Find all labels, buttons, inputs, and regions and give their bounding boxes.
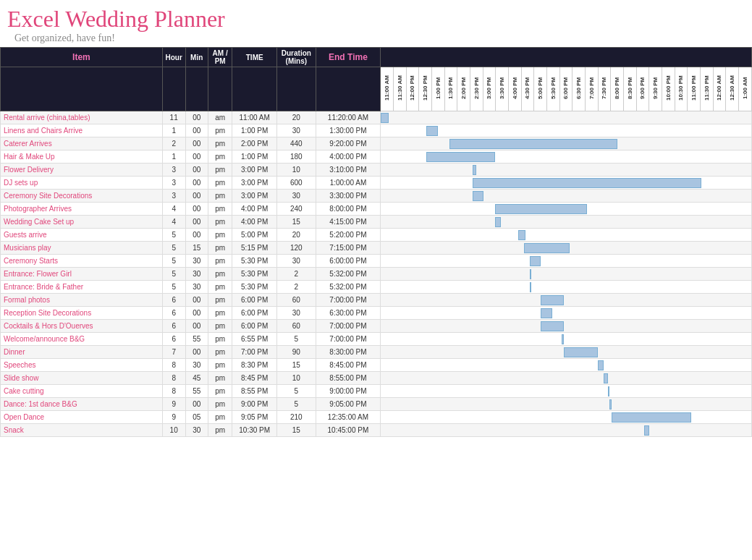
cell-min: 30	[185, 281, 208, 294]
gantt-cell	[381, 190, 752, 203]
cell-min: 00	[185, 346, 208, 359]
cell-end: 5:32:00 PM	[316, 281, 381, 294]
cell-time: 5:30 PM	[232, 255, 277, 268]
cell-min: 55	[185, 333, 208, 346]
table-row: Ceremony Site Decorations 3 00 pm 3:00 P…	[1, 190, 752, 203]
gantt-bar	[381, 113, 389, 123]
time-col-26: 12:00 AM	[713, 67, 726, 111]
cell-hour: 5	[162, 242, 185, 255]
cell-dur: 600	[276, 177, 316, 190]
cell-hour: 3	[162, 190, 185, 203]
time-col-2: 12:00 PM	[406, 67, 419, 111]
table-row: Dance: 1st dance B&G 9 00 pm 9:00 PM 5 9…	[1, 398, 752, 411]
cell-ampm: pm	[208, 372, 232, 385]
gantt-bar	[473, 178, 701, 188]
cell-item: Dinner	[1, 346, 163, 359]
gantt-bar	[530, 282, 531, 292]
cell-item: Slide show	[1, 372, 163, 385]
cell-min: 05	[185, 411, 208, 424]
gantt-bar	[609, 399, 612, 410]
gantt-bar	[562, 334, 564, 344]
gantt-bar	[426, 126, 438, 136]
table-row: Snack 10 30 pm 10:30 PM 15 10:45:00 PM	[1, 424, 752, 437]
cell-dur: 30	[276, 124, 316, 137]
gantt-cell	[381, 320, 752, 333]
cell-hour: 1	[162, 150, 185, 164]
cell-dur: 440	[276, 137, 316, 150]
table-row: Wedding Cake Set up 4 00 pm 4:00 PM 15 4…	[1, 216, 752, 229]
gantt-bar	[612, 412, 692, 423]
cell-dur: 120	[276, 242, 316, 255]
cell-ampm: pm	[208, 229, 232, 242]
cell-end: 11:20:00 AM	[316, 111, 381, 124]
cell-hour: 3	[162, 177, 185, 190]
time-col-23: 10:30 PM	[675, 67, 688, 111]
cell-min: 45	[185, 372, 208, 385]
cell-time: 5:15 PM	[232, 242, 277, 255]
time-col-20: 9:00 PM	[636, 67, 649, 111]
cell-end: 3:30:00 PM	[316, 190, 381, 203]
cell-end: 1:30:00 PM	[316, 124, 381, 137]
cell-end: 12:35:00 AM	[316, 411, 381, 424]
cell-end: 6:00:00 PM	[316, 255, 381, 268]
cell-end: 6:30:00 PM	[316, 307, 381, 320]
cell-ampm: pm	[208, 385, 232, 398]
cell-ampm: pm	[208, 255, 232, 268]
table-row: Caterer Arrives 2 00 pm 2:00 PM 440 9:20…	[1, 137, 752, 150]
cell-end: 10:45:00 PM	[316, 424, 381, 437]
cell-time: 6:00 PM	[232, 307, 277, 320]
cell-ampm: pm	[208, 177, 232, 190]
gantt-cell	[381, 359, 752, 372]
gantt-cell	[381, 424, 752, 437]
time-col-8: 3:00 PM	[483, 67, 496, 111]
table-row: Entrance: Flower Girl 5 30 pm 5:30 PM 2 …	[1, 268, 752, 281]
cell-dur: 15	[276, 216, 316, 229]
cell-ampm: pm	[208, 411, 232, 424]
th-fixed-time	[232, 67, 277, 111]
time-col-5: 1:30 PM	[444, 67, 457, 111]
cell-ampm: pm	[208, 307, 232, 320]
cell-min: 15	[185, 242, 208, 255]
cell-item: Welcome/announce B&G	[1, 333, 163, 346]
cell-time: 3:00 PM	[232, 164, 277, 177]
cell-time: 6:00 PM	[232, 294, 277, 307]
cell-ampm: pm	[208, 137, 232, 150]
cell-min: 00	[185, 124, 208, 137]
cell-time: 8:30 PM	[232, 359, 277, 372]
cell-item: Cake cutting	[1, 385, 163, 398]
cell-item: Entrance: Flower Girl	[1, 268, 163, 281]
time-col-28: 1:00 AM	[739, 67, 752, 111]
table-row: Speeches 8 30 pm 8:30 PM 15 8:45:00 PM	[1, 359, 752, 372]
cell-min: 30	[185, 424, 208, 437]
cell-end: 5:32:00 PM	[316, 268, 381, 281]
cell-item: Photographer Arrives	[1, 203, 163, 216]
cell-ampm: pm	[208, 164, 232, 177]
cell-end: 1:00:00 AM	[316, 177, 381, 190]
table-row: DJ sets up 3 00 pm 3:00 PM 600 1:00:00 A…	[1, 177, 752, 190]
cell-end: 8:30:00 PM	[316, 346, 381, 359]
header: Excel Wedding Planner Get organized, hav…	[0, 0, 752, 47]
cell-time: 8:45 PM	[232, 372, 277, 385]
cell-dur: 30	[276, 307, 316, 320]
cell-time: 4:00 PM	[232, 216, 277, 229]
cell-end: 8:45:00 PM	[316, 359, 381, 372]
cell-hour: 6	[162, 333, 185, 346]
cell-min: 00	[185, 177, 208, 190]
time-col-10: 4:00 PM	[508, 67, 521, 111]
cell-time: 5:00 PM	[232, 229, 277, 242]
cell-ampm: pm	[208, 294, 232, 307]
cell-ampm: am	[208, 111, 232, 124]
cell-item: Rental arrive (china,tables)	[1, 111, 163, 124]
cell-end: 9:05:00 PM	[316, 398, 381, 411]
cell-time: 3:00 PM	[232, 177, 277, 190]
cell-min: 30	[185, 359, 208, 372]
cell-ampm: pm	[208, 281, 232, 294]
cell-time: 5:30 PM	[232, 281, 277, 294]
cell-hour: 6	[162, 307, 185, 320]
cell-dur: 210	[276, 411, 316, 424]
cell-hour: 10	[162, 424, 185, 437]
cell-item: Entrance: Bride & Father	[1, 281, 163, 294]
cell-hour: 11	[162, 111, 185, 124]
cell-hour: 5	[162, 229, 185, 242]
cell-dur: 30	[276, 255, 316, 268]
